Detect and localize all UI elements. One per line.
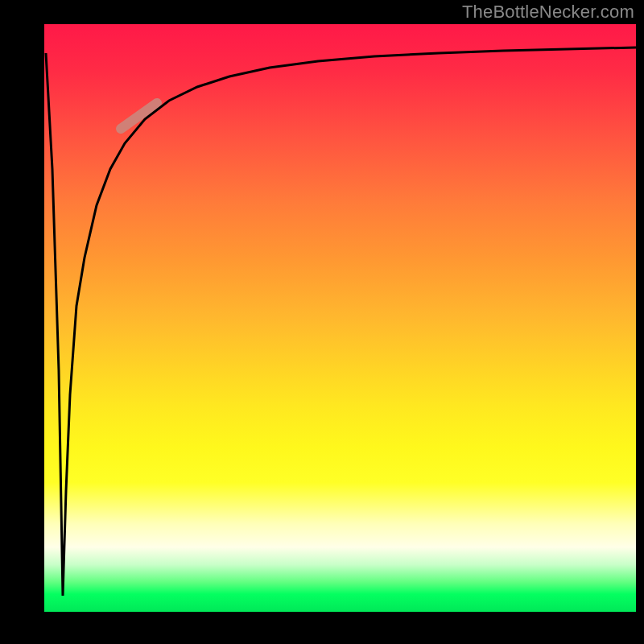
chart-curve-layer (44, 24, 636, 612)
bottleneck-curve (46, 47, 636, 596)
watermark-text: TheBottleNecker.com (462, 2, 634, 23)
